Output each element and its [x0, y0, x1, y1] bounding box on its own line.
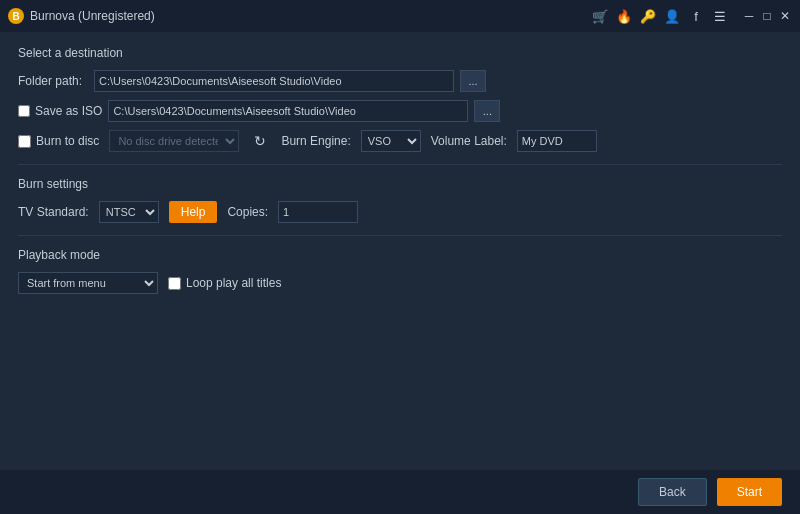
- title-bar-right: 🛒 🔥 🔑 👤 f ☰ ─ □ ✕: [592, 8, 792, 24]
- close-button[interactable]: ✕: [778, 9, 792, 23]
- save-as-iso-label[interactable]: Save as ISO: [18, 104, 102, 118]
- folder-path-row: Folder path: ...: [18, 70, 782, 92]
- loop-play-label[interactable]: Loop play all titles: [168, 276, 281, 290]
- facebook-icon[interactable]: f: [688, 8, 704, 24]
- title-bar-left: B Burnova (Unregistered): [8, 8, 155, 24]
- app-title: Burnova (Unregistered): [30, 9, 155, 23]
- copies-label: Copies:: [227, 205, 268, 219]
- bottom-bar: Back Start: [0, 470, 800, 514]
- divider-2: [18, 235, 782, 236]
- burn-to-disc-row: Burn to disc No disc drive detected ↻ Bu…: [18, 130, 782, 152]
- tv-standard-label: TV Standard:: [18, 205, 89, 219]
- back-button[interactable]: Back: [638, 478, 707, 506]
- folder-path-label: Folder path:: [18, 74, 88, 88]
- maximize-button[interactable]: □: [760, 9, 774, 23]
- key-icon[interactable]: 🔑: [640, 8, 656, 24]
- destination-section-title: Select a destination: [18, 46, 782, 60]
- minimize-button[interactable]: ─: [742, 9, 756, 23]
- playback-select[interactable]: Start from menu Play all titles directly…: [18, 272, 158, 294]
- save-as-iso-checkbox[interactable]: [18, 105, 30, 117]
- playback-row: Start from menu Play all titles directly…: [18, 272, 782, 294]
- disc-drive-select[interactable]: No disc drive detected: [109, 130, 239, 152]
- refresh-button[interactable]: ↻: [249, 130, 271, 152]
- window-controls: ─ □ ✕: [742, 9, 792, 23]
- settings-icon[interactable]: ☰: [712, 8, 728, 24]
- burn-to-disc-label[interactable]: Burn to disc: [18, 134, 99, 148]
- main-content: Select a destination Folder path: ... Sa…: [0, 32, 800, 308]
- tv-standard-select[interactable]: NTSC PAL: [99, 201, 159, 223]
- divider-1: [18, 164, 782, 165]
- save-as-iso-row: Save as ISO ...: [18, 100, 782, 122]
- folder-browse-button[interactable]: ...: [460, 70, 486, 92]
- folder-path-input[interactable]: [94, 70, 454, 92]
- playback-section-title: Playback mode: [18, 248, 782, 262]
- burn-settings-section-title: Burn settings: [18, 177, 782, 191]
- help-button[interactable]: Help: [169, 201, 218, 223]
- iso-browse-button[interactable]: ...: [474, 100, 500, 122]
- burn-engine-select[interactable]: VSO IMAPI: [361, 130, 421, 152]
- flame-icon[interactable]: 🔥: [616, 8, 632, 24]
- loop-play-checkbox[interactable]: [168, 277, 181, 290]
- burn-settings-row: TV Standard: NTSC PAL Help Copies:: [18, 201, 782, 223]
- burn-to-disc-checkbox[interactable]: [18, 135, 31, 148]
- iso-path-input[interactable]: [108, 100, 468, 122]
- volume-label-input[interactable]: [517, 130, 597, 152]
- burn-engine-label: Burn Engine:: [281, 134, 350, 148]
- user-icon[interactable]: 👤: [664, 8, 680, 24]
- volume-label-label: Volume Label:: [431, 134, 507, 148]
- start-button[interactable]: Start: [717, 478, 782, 506]
- copies-input[interactable]: [278, 201, 358, 223]
- app-icon: B: [8, 8, 24, 24]
- cart-icon[interactable]: 🛒: [592, 8, 608, 24]
- title-bar: B Burnova (Unregistered) 🛒 🔥 🔑 👤 f ☰ ─ □…: [0, 0, 800, 32]
